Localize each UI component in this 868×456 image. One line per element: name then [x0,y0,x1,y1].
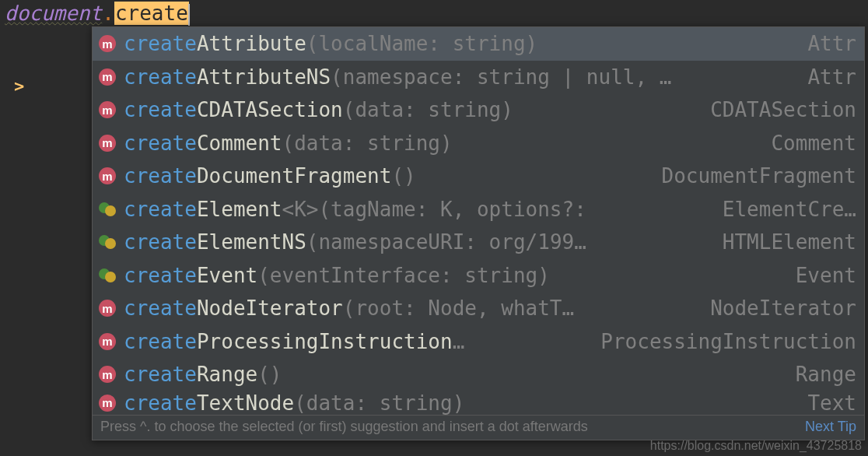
code-line: document.create [5,2,190,26]
match-text: create [124,65,197,89]
return-type: NodeIterator [701,296,856,320]
suggestion-row[interactable]: mcreateTextNode(data: string)Text [93,391,864,415]
method-name: ElementNS [197,230,306,254]
gutter-indicator: > [14,76,24,96]
match-text: create [124,98,197,121]
suggestion-signature: createComment(data: string) [124,132,761,155]
return-type: Range [786,363,856,386]
code-editor[interactable]: document.create [0,0,868,27]
match-text: create [124,198,197,221]
hint-text: Press ^. to choose the selected (or firs… [100,419,588,435]
suggestion-row[interactable]: createElement<K>(tagName: K, options?:El… [93,193,864,226]
suggestion-signature: createCDATASection(data: string) [124,98,701,121]
suggestion-signature: createNodeIterator(root: Node, whatT… [124,296,701,320]
method-icon: m [99,101,116,118]
params-text: (data: string) [294,391,464,415]
method-name: AttributeNS [197,65,331,89]
hint-bar: Press ^. to choose the selected (or firs… [93,415,864,440]
suggestion-row[interactable]: mcreateAttribute(localName: string)Attr [93,27,864,61]
suggestion-signature: createProcessingInstruction… [124,330,591,353]
params-text: <K>(tagName: K, options?: [282,198,586,221]
return-type: ProcessingInstruction [591,330,856,353]
method-name: Event [197,264,257,287]
method-icon: m [99,300,116,317]
match-text: create [124,164,197,188]
suggestion-row[interactable]: mcreateRange()Range [93,358,864,391]
suggestion-row[interactable]: mcreateDocumentFragment()DocumentFragmen… [93,160,864,193]
match-text: create [124,330,197,353]
match-text: create [124,296,197,320]
overload-icon [99,201,116,218]
method-name: TextNode [197,391,294,415]
suggestion-signature: createAttributeNS(namespace: string | nu… [124,65,798,89]
params-text: … [453,330,465,353]
suggestion-signature: createElement<K>(tagName: K, options?: [124,198,713,221]
suggestion-row[interactable]: mcreateComment(data: string)Comment [93,127,864,160]
suggestion-signature: createDocumentFragment() [124,164,653,188]
method-icon: m [99,366,116,383]
return-type: Attr [798,65,856,89]
return-type: Text [798,391,856,415]
suggestion-row[interactable]: createEvent(eventInterface: string)Event [93,259,864,293]
autocomplete-popup[interactable]: mcreateAttribute(localName: string)Attrm… [92,26,865,440]
return-type: Comment [761,132,856,155]
match-text: create [124,32,197,55]
params-text: (namespaceURI: org/199… [306,230,586,254]
match-text: create [124,391,197,415]
method-name: Attribute [197,32,306,55]
suggestion-signature: createEvent(eventInterface: string) [124,264,786,287]
return-type: Event [786,264,856,287]
method-icon: m [99,395,116,412]
object-identifier: document [5,2,102,25]
method-name: ProcessingInstruction [197,330,453,353]
watermark-text: https://blog.csdn.net/weixin_43725818 [650,439,862,453]
suggestion-row[interactable]: createElementNS(namespaceURI: org/199…HT… [93,226,864,259]
overload-icon [99,267,116,284]
params-text: (data: string) [282,132,453,155]
suggestion-row[interactable]: mcreateProcessingInstruction…ProcessingI… [93,325,864,359]
method-name: DocumentFragment [197,164,391,188]
method-icon: m [99,333,116,350]
suggestion-row[interactable]: mcreateCDATASection(data: string)CDATASe… [93,93,864,127]
params-text: () [391,164,415,188]
method-name: Range [197,363,257,386]
overload-icon [99,233,116,251]
return-type: HTMLElement [713,230,856,254]
params-text: () [257,363,282,386]
suggestion-row[interactable]: mcreateNodeIterator(root: Node, whatT…No… [93,292,864,325]
match-text: create [124,363,197,386]
suggestion-row[interactable]: mcreateAttributeNS(namespace: string | n… [93,61,864,94]
match-text: create [124,230,197,254]
params-text: (namespace: string | null, … [331,65,671,89]
dot-operator: . [102,2,114,25]
text-cursor [188,4,190,26]
suggestion-signature: createAttribute(localName: string) [124,32,798,55]
typed-text: create [114,2,189,25]
suggestion-signature: createElementNS(namespaceURI: org/199… [124,230,713,254]
method-icon: m [99,35,116,52]
params-text: (eventInterface: string) [257,264,550,287]
return-type: Attr [798,32,856,55]
params-text: (root: Node, whatT… [343,296,574,320]
return-type: DocumentFragment [653,164,856,188]
next-tip-link[interactable]: Next Tip [805,419,856,435]
method-icon: m [99,68,116,86]
method-name: Element [197,198,282,221]
method-name: CDATASection [197,98,343,121]
match-text: create [124,264,197,287]
params-text: (data: string) [343,98,513,121]
return-type: ElementCre… [713,198,856,221]
suggestion-signature: createRange() [124,363,786,386]
method-icon: m [99,167,116,184]
return-type: CDATASection [701,98,856,121]
method-icon: m [99,135,116,152]
method-name: NodeIterator [197,296,343,320]
suggestion-signature: createTextNode(data: string) [124,391,798,415]
method-name: Comment [197,132,282,155]
match-text: create [124,132,197,155]
params-text: (localName: string) [306,32,537,55]
